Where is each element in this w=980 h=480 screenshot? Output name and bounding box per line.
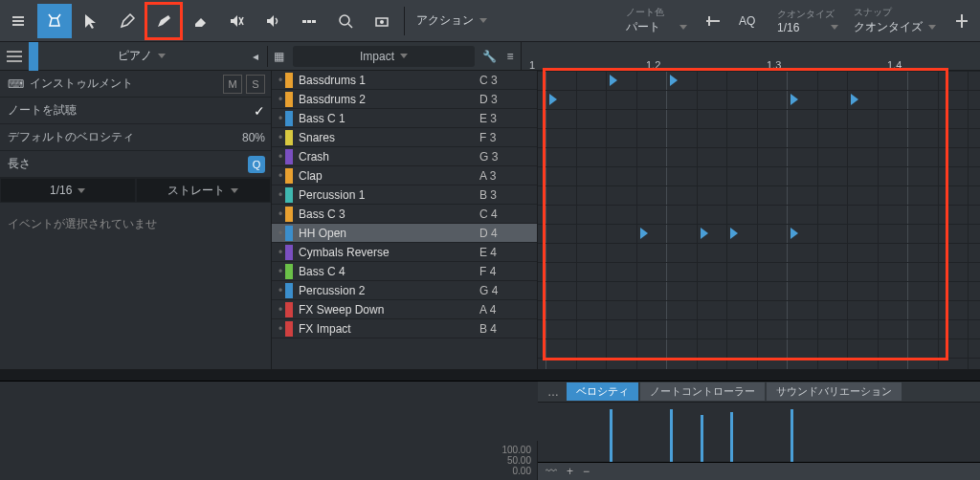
plus-icon[interactable]: + (567, 465, 573, 478)
note-color-dropdown[interactable]: ノート色 パート (618, 4, 695, 37)
note-event[interactable] (701, 228, 708, 239)
note-event[interactable] (549, 94, 557, 105)
note-color-value: パート (626, 19, 660, 35)
note-event[interactable] (851, 94, 858, 105)
note-grid[interactable] (538, 71, 980, 369)
paint-tool-icon[interactable] (146, 4, 181, 38)
minus-icon[interactable]: − (583, 465, 590, 478)
drum-mode-icon[interactable] (37, 4, 72, 38)
solo-button[interactable]: S (246, 75, 265, 94)
bottom-tab[interactable]: ベロシティ (567, 382, 638, 401)
track-row[interactable]: •Bass C 4F 4 (272, 262, 537, 281)
track-row[interactable]: •CrashG 3 (272, 147, 537, 166)
bottom-tab[interactable]: サウンドバリエーション (767, 382, 902, 401)
track-row[interactable]: •FX Sweep DownA 4 (272, 300, 537, 319)
quantize-dropdown[interactable]: クオンタイズ 1/16 (769, 6, 846, 36)
main-toolbar: アクション ノート色 パート AQ クオンタイズ 1/16 スナップ クオンタイ… (0, 0, 980, 42)
bullet-icon: • (276, 74, 285, 87)
swing-select[interactable]: ストレート (136, 178, 272, 203)
track-row[interactable]: •Bass C 1E 3 (272, 109, 537, 128)
snap-dropdown[interactable]: スナップ クオンタイズ (846, 4, 944, 37)
track-row[interactable]: •ClapA 3 (272, 166, 537, 185)
velocity-bar[interactable] (730, 412, 733, 462)
track-name: Bassdrums 1 (299, 74, 479, 87)
chevron-down-icon (158, 54, 166, 58)
length-label: 長さ (8, 156, 31, 172)
display-mode-select[interactable]: ピアノ (38, 48, 244, 64)
svg-line-4 (57, 14, 60, 18)
track-color-chip (285, 226, 293, 241)
check-icon: ✓ (254, 103, 265, 119)
time-ruler[interactable]: 11.21.31.4 (521, 42, 980, 71)
eraser-tool-icon[interactable] (183, 4, 217, 38)
velocity-graph[interactable] (538, 403, 980, 463)
h-scrollbar-left[interactable] (0, 370, 538, 382)
note-event[interactable] (730, 228, 738, 239)
split-tool-icon[interactable] (292, 4, 326, 38)
menu-icon[interactable] (0, 42, 29, 71)
bullet-icon: • (276, 284, 285, 297)
listen-tool-icon[interactable] (256, 4, 290, 38)
track-row[interactable]: •FX ImpactB 4 (272, 319, 537, 338)
timebase-icon[interactable] (696, 4, 730, 38)
list-icon[interactable]: ≡ (500, 50, 521, 63)
bottom-tab[interactable]: ノートコントローラー (640, 382, 765, 401)
grid-value-select[interactable]: 1/16 (0, 178, 136, 203)
ruler-tick: 1.4 (887, 59, 902, 71)
camera-icon[interactable] (365, 4, 399, 38)
track-row[interactable]: •HH OpenD 4 (272, 224, 537, 243)
track-row[interactable]: •Bassdrums 2D 3 (272, 90, 537, 109)
velocity-bar[interactable] (701, 415, 703, 463)
velocity-bar[interactable] (610, 409, 612, 462)
pencil-tool-icon[interactable] (110, 4, 145, 38)
aq-toggle[interactable]: AQ (731, 12, 769, 30)
track-name: FX Sweep Down (299, 303, 479, 316)
track-name: HH Open (299, 227, 479, 240)
length-row[interactable]: 長さ Q (0, 151, 271, 178)
curve-tool-icon[interactable]: 〰 (546, 465, 557, 478)
track-row[interactable]: •Percussion 1B 3 (272, 185, 537, 205)
track-row[interactable]: •Cymbals ReverseE 4 (272, 243, 537, 262)
bottom-tabs: … ベロシティノートコントローラーサウンドバリエーション (538, 382, 980, 403)
svg-rect-9 (312, 20, 316, 23)
velocity-bar[interactable] (791, 409, 793, 462)
note-event[interactable] (670, 75, 678, 86)
zoom-tool-icon[interactable] (328, 4, 363, 38)
default-velocity-row[interactable]: デフォルトのベロシティ 80% (0, 124, 271, 151)
bottom-panel: 100.0050.000.00 … ベロシティノートコントローラーサウンドバリエ… (0, 369, 980, 480)
h-scrollbar-right[interactable] (538, 370, 980, 382)
note-event[interactable] (791, 228, 798, 239)
note-event[interactable] (791, 94, 798, 105)
view-mode-icon[interactable] (1, 4, 35, 38)
svg-point-10 (340, 15, 349, 25)
quantize-icon[interactable]: Q (248, 156, 265, 173)
velocity-bar[interactable] (670, 409, 673, 462)
chevron-down-icon (831, 25, 838, 30)
bullet-icon: • (276, 303, 285, 316)
wrench-icon[interactable]: 🔧 (479, 50, 500, 63)
svg-rect-8 (307, 20, 311, 23)
mute-button[interactable]: M (223, 75, 242, 94)
expand-icon[interactable]: ◂ (244, 50, 267, 63)
track-row[interactable]: •Percussion 2G 4 (272, 281, 537, 300)
track-list: •Bassdrums 1C 3•Bassdrums 2D 3•Bass C 1E… (272, 71, 538, 369)
sub-header: ピアノ ◂ ▦ Impact 🔧 ≡ 11.21.31.4 (0, 42, 980, 71)
preset-list-icon[interactable]: ▦ (268, 50, 289, 63)
preview-row[interactable]: ノートを試聴 ✓ (0, 98, 271, 124)
action-dropdown[interactable]: アクション (409, 11, 495, 31)
bullet-icon: • (276, 246, 285, 259)
arrow-tool-icon[interactable] (74, 4, 108, 38)
mute-tool-icon[interactable] (219, 4, 254, 38)
track-row[interactable]: •Bassdrums 1C 3 (272, 71, 537, 90)
track-row[interactable]: •Bass C 3C 4 (272, 205, 537, 224)
snap-mode-icon[interactable] (945, 4, 979, 38)
more-icon[interactable]: … (542, 385, 565, 399)
svg-line-3 (49, 14, 52, 18)
note-event[interactable] (640, 228, 648, 239)
track-note: E 3 (479, 112, 537, 125)
preset-select[interactable]: Impact (293, 46, 475, 67)
instrument-row: ⌨インストゥルメント MS (0, 71, 271, 98)
track-row[interactable]: •SnaresF 3 (272, 128, 537, 147)
track-name: Cymbals Reverse (299, 246, 479, 259)
note-event[interactable] (610, 75, 617, 86)
